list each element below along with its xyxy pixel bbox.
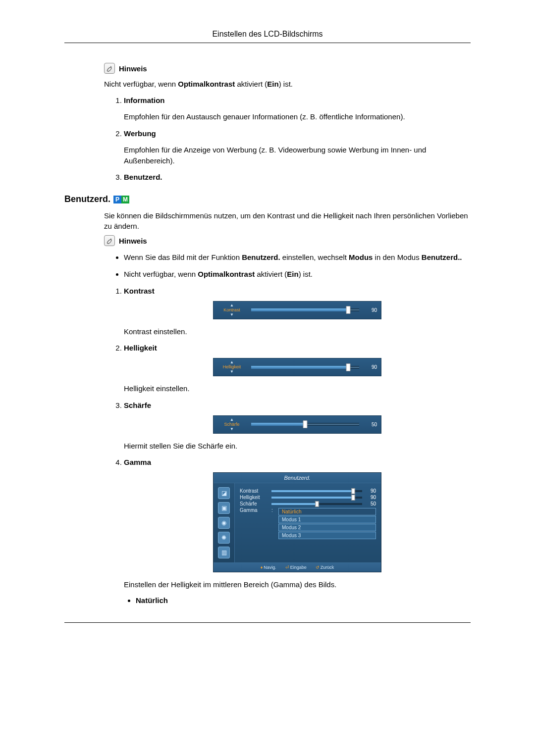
mini-label: Kontrast xyxy=(240,488,268,494)
note-icon xyxy=(104,63,115,74)
arrow-down-icon: ▼ xyxy=(217,313,246,317)
osd-mini-row: Schärfe50 xyxy=(240,501,376,506)
note-row-2: Hinweis xyxy=(104,235,471,246)
gamma-label: Gamma xyxy=(240,507,268,513)
custom-item-gamma: Gamma Benutzerd. ◪ ▣ ◉ ✺ ▥ Kontrast90Hel… xyxy=(124,458,471,605)
mini-label: Schärfe xyxy=(240,501,268,506)
power-icon[interactable]: ◉ xyxy=(218,517,230,529)
mode-item-information: Information Empfohlen für den Austausch … xyxy=(124,96,471,122)
note-label: Hinweis xyxy=(119,237,147,245)
slider-fill xyxy=(251,423,305,426)
mode-list: Information Empfohlen für den Austausch … xyxy=(104,96,471,181)
note-label: Hinweis xyxy=(119,64,147,73)
section-custom-body: Sie können die Bildschirmmenüs nutzen, u… xyxy=(104,210,471,605)
slider-track[interactable] xyxy=(251,308,359,311)
custom-note-1: Wenn Sie das Bild mit der Funktion Benut… xyxy=(124,252,471,263)
custom-desc: Sie können die Bildschirmmenüs nutzen, u… xyxy=(104,210,471,231)
gamma-bullet-natuerlich: Natürlich xyxy=(136,596,471,605)
mini-label: Helligkeit xyxy=(240,495,268,500)
content-block: Hinweis Nicht verfügbar, wenn Optimalkon… xyxy=(104,63,471,181)
mode-item-benutzerd: Benutzerd. xyxy=(124,173,471,181)
slider-track[interactable] xyxy=(251,423,359,426)
arrow-down-icon: ▼ xyxy=(217,370,246,374)
slider-handle[interactable] xyxy=(346,363,351,371)
gamma-option[interactable]: Natürlich xyxy=(278,508,376,515)
slider-track[interactable] xyxy=(251,366,359,369)
osd-footer: ♦Navig. ⏎Eingabe ↺Zurück xyxy=(214,562,381,572)
custom-item-kontrast: Kontrast ▲ Kontrast ▼ 90 Kontrast einste… xyxy=(124,287,471,337)
mini-value: 90 xyxy=(366,488,376,494)
intro-note: Nicht verfügbar, wenn Optimalkontrast ak… xyxy=(104,79,471,89)
slider-fill xyxy=(251,366,348,369)
gamma-option[interactable]: Modus 1 xyxy=(278,516,376,523)
mini-slider[interactable] xyxy=(271,503,362,505)
arrow-up-icon: ▲ xyxy=(217,418,246,422)
custom-item-helligkeit: Helligkeit ▲ Helligkeit ▼ 90 Helligkeit … xyxy=(124,344,471,394)
note-row: Hinweis xyxy=(104,63,471,74)
footer-rule xyxy=(64,622,471,623)
gamma-option[interactable]: Modus 2 xyxy=(278,524,376,531)
osd-mini-row: Kontrast90 xyxy=(240,488,376,494)
screen-icon[interactable]: ▣ xyxy=(218,502,230,514)
slider-value: 90 xyxy=(364,364,377,370)
mini-value: 90 xyxy=(366,495,376,500)
mode-item-werbung: Werbung Empfohlen für die Anzeige von We… xyxy=(124,129,471,166)
arrow-up-icon: ▲ xyxy=(217,303,246,307)
multi-icon[interactable]: ▥ xyxy=(218,547,230,558)
osd-slider-helligkeit: ▲ Helligkeit ▼ 90 xyxy=(213,358,381,376)
note-icon xyxy=(104,235,115,246)
osd-mini-row: Helligkeit90 xyxy=(240,495,376,500)
colon: : xyxy=(271,507,274,513)
mini-value: 50 xyxy=(366,501,376,506)
slider-value: 50 xyxy=(364,422,377,427)
gear-icon[interactable]: ✺ xyxy=(218,532,230,544)
document-page: Einstellen des LCD-Bildschirms Hinweis N… xyxy=(0,0,535,648)
page-title: Einstellen des LCD-Bildschirms xyxy=(64,30,471,43)
custom-settings-list: Kontrast ▲ Kontrast ▼ 90 Kontrast einste… xyxy=(104,287,471,605)
picture-icon[interactable]: ◪ xyxy=(218,487,230,499)
osd-slider-kontrast: ▲ Kontrast ▼ 90 xyxy=(213,301,381,319)
arrow-down-icon: ▼ xyxy=(217,427,246,431)
osd-panel-benutzerd: Benutzerd. ◪ ▣ ◉ ✺ ▥ Kontrast90Helligkei… xyxy=(213,472,381,572)
gamma-dropdown[interactable]: NatürlichModus 1Modus 2Modus 3 xyxy=(278,507,376,540)
slider-fill xyxy=(251,308,348,311)
custom-note-list: Wenn Sie das Bild mit der Funktion Benut… xyxy=(104,252,471,280)
osd-side-icons: ◪ ▣ ◉ ✺ ▥ xyxy=(214,483,235,562)
osd-slider-schaerfe: ▲ Schärfe ▼ 50 xyxy=(213,415,381,434)
custom-item-schaerfe: Schärfe ▲ Schärfe ▼ 50 Hiermit stellen S… xyxy=(124,401,471,452)
gamma-sub-bullets: Natürlich xyxy=(124,596,471,605)
custom-note-2: Nicht verfügbar, wenn Optimalkontrast ak… xyxy=(124,269,471,280)
gamma-option[interactable]: Modus 3 xyxy=(278,532,376,539)
enter-icon: ⏎ xyxy=(285,565,289,570)
nav-icon: ♦ xyxy=(261,565,263,570)
slider-handle[interactable] xyxy=(303,420,308,428)
back-icon: ↺ xyxy=(316,565,320,570)
arrow-up-icon: ▲ xyxy=(217,360,246,364)
osd-panel-title: Benutzerd. xyxy=(214,473,381,483)
pm-badge-icon: PM xyxy=(113,196,129,203)
slider-handle[interactable] xyxy=(346,306,351,314)
mini-slider[interactable] xyxy=(271,490,362,492)
slider-value: 90 xyxy=(364,307,377,313)
mini-slider[interactable] xyxy=(271,497,362,499)
section-title-benutzerd: Benutzerd. PM xyxy=(64,194,471,204)
